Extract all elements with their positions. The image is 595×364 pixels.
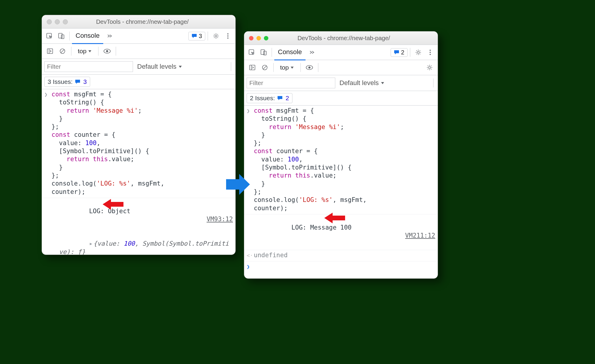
window-controls[interactable]	[42, 19, 70, 24]
filter-row: Default levels	[244, 75, 438, 91]
tab-console[interactable]: Console	[274, 45, 306, 60]
issues-bar: 3 Issues: 3	[42, 75, 235, 89]
console-settings-icon[interactable]	[424, 62, 435, 73]
svg-point-10	[106, 50, 108, 52]
console-input-entry: ❯ const msgFmt = { toString() { return '…	[244, 106, 438, 214]
window-controls[interactable]	[244, 36, 271, 40]
console-result-entry: <· undefined	[244, 250, 438, 261]
filter-row: Default levels	[42, 59, 235, 75]
svg-rect-7	[47, 49, 53, 54]
toggle-sidebar-icon[interactable]	[247, 62, 258, 73]
console-body: ❯ const msgFmt = { toString() { return '…	[42, 89, 235, 255]
close-dot[interactable]	[47, 19, 52, 24]
toggle-sidebar-icon[interactable]	[44, 46, 56, 57]
svg-point-5	[227, 35, 228, 37]
console-prompt[interactable]: ❯	[244, 261, 438, 264]
messages-count: 3	[199, 33, 202, 40]
inspect-icon[interactable]	[44, 30, 55, 42]
svg-rect-18	[250, 65, 255, 70]
context-selector[interactable]: top	[74, 46, 95, 57]
code-block: const msgFmt = { toString() { return 'Me…	[254, 107, 435, 212]
levels-dropdown[interactable]: Default levels	[137, 63, 182, 70]
svg-point-3	[215, 35, 217, 37]
messages-count: 2	[401, 49, 404, 56]
filter-input[interactable]	[44, 61, 133, 72]
code-block: const msgFmt = { toString() { return 'Me…	[51, 90, 233, 196]
log-output-text: LOG: Message 100	[291, 224, 351, 231]
console-input-entry: ❯ const msgFmt = { toString() { return '…	[42, 89, 235, 198]
svg-rect-12	[261, 50, 264, 54]
more-tabs-icon[interactable]	[104, 30, 115, 42]
prompt-chevron-icon: ❯	[247, 263, 250, 270]
console-body: ❯ const msgFmt = { toString() { return '…	[244, 106, 438, 264]
svg-point-17	[430, 54, 431, 55]
devtools-window-right: DevTools - chrome://new-tab-page/ Consol…	[244, 31, 438, 279]
main-toolbar: Console 2	[244, 45, 438, 60]
result-arrow-icon: <·	[247, 252, 253, 259]
minimize-dot[interactable]	[55, 19, 60, 24]
settings-icon[interactable]	[210, 30, 222, 42]
messages-chip[interactable]: 2	[391, 48, 408, 57]
divider	[69, 32, 70, 40]
svg-point-22	[429, 67, 431, 69]
source-link[interactable]: VM93:12	[206, 215, 233, 223]
highlight-arrow-left-icon	[103, 198, 123, 210]
context-selector[interactable]: top	[277, 62, 298, 73]
titlebar: DevTools - chrome://new-tab-page/	[42, 15, 235, 29]
main-toolbar: Console 3	[42, 29, 235, 44]
filter-input[interactable]	[247, 78, 335, 88]
zoom-dot[interactable]	[264, 36, 268, 40]
minimize-dot[interactable]	[256, 36, 261, 40]
settings-icon[interactable]	[413, 47, 424, 58]
inspect-icon[interactable]	[246, 47, 257, 58]
svg-point-4	[227, 33, 228, 34]
kebab-icon[interactable]	[222, 30, 234, 42]
expand-triangle-icon[interactable]: ▸	[89, 240, 93, 247]
chevron-right-icon: ❯	[247, 107, 250, 114]
messages-chip[interactable]: 3	[188, 32, 205, 40]
console-subbar: top	[42, 44, 235, 59]
clear-console-icon[interactable]	[259, 62, 270, 73]
svg-point-14	[417, 51, 419, 54]
highlight-arrow-right-icon	[324, 212, 345, 224]
chevron-right-icon: ❯	[44, 91, 48, 98]
clear-console-icon[interactable]	[57, 46, 68, 57]
titlebar: DevTools - chrome://new-tab-page/	[244, 32, 438, 45]
svg-point-6	[227, 37, 228, 39]
tab-console[interactable]: Console	[72, 28, 103, 44]
live-expression-icon[interactable]	[304, 62, 315, 73]
result-undefined: undefined	[254, 251, 435, 259]
issues-chip[interactable]: 3 Issues: 3	[44, 77, 90, 87]
svg-rect-1	[59, 33, 62, 38]
devtools-window-left: DevTools - chrome://new-tab-page/ Consol…	[42, 15, 236, 255]
device-toggle-icon[interactable]	[258, 47, 269, 58]
console-subbar: top	[244, 60, 438, 75]
source-link[interactable]: VM211:12	[405, 232, 435, 240]
live-expression-icon[interactable]	[101, 46, 113, 57]
console-output-entry: LOG: Object VM93:12 ▸{value: 100, Symbol…	[42, 198, 235, 255]
issues-bar: 2 Issues: 2	[244, 91, 438, 106]
zoom-dot[interactable]	[63, 19, 68, 24]
window-title: DevTools - chrome://new-tab-page/	[271, 35, 438, 42]
svg-point-16	[430, 52, 431, 53]
window-title: DevTools - chrome://new-tab-page/	[70, 18, 235, 25]
close-dot[interactable]	[249, 36, 253, 40]
svg-point-21	[309, 67, 311, 69]
issues-chip[interactable]: 2 Issues: 2	[247, 93, 292, 103]
more-tabs-icon[interactable]	[306, 47, 317, 58]
device-toggle-icon[interactable]	[56, 30, 67, 42]
kebab-icon[interactable]	[425, 47, 436, 58]
svg-point-15	[430, 50, 431, 51]
levels-dropdown[interactable]: Default levels	[339, 79, 385, 87]
